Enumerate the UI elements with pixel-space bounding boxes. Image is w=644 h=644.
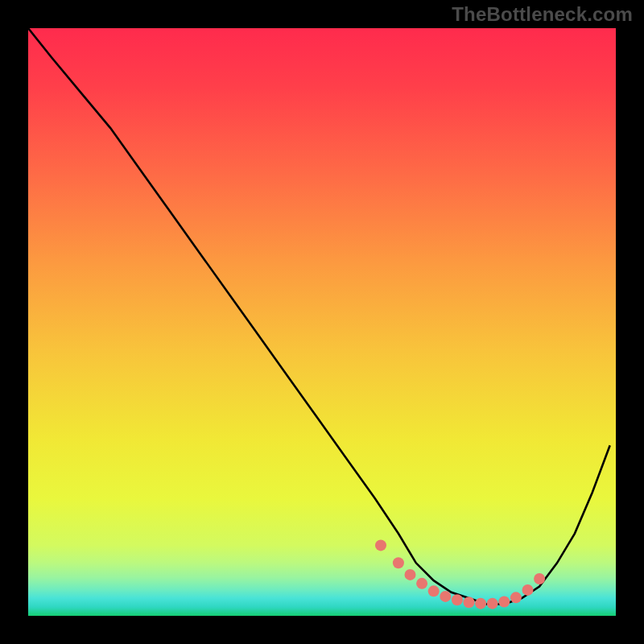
marker-dot xyxy=(522,584,534,596)
watermark-text: TheBottleneck.com xyxy=(452,3,633,26)
marker-dot xyxy=(393,557,404,568)
marker-dot xyxy=(440,591,451,602)
marker-dot xyxy=(498,596,510,607)
chart-container: TheBottleneck.com xyxy=(0,0,644,644)
heatmap-background xyxy=(28,28,616,616)
marker-dot xyxy=(464,597,475,608)
marker-dot xyxy=(510,592,522,603)
marker-dot xyxy=(534,573,545,584)
bottleneck-chart xyxy=(28,28,616,616)
marker-dot xyxy=(416,578,427,589)
marker-dot xyxy=(375,539,386,551)
marker-dot xyxy=(452,594,463,605)
marker-dot xyxy=(405,569,416,580)
marker-dot xyxy=(428,585,440,597)
marker-dot xyxy=(475,598,486,609)
marker-dot xyxy=(487,598,498,609)
